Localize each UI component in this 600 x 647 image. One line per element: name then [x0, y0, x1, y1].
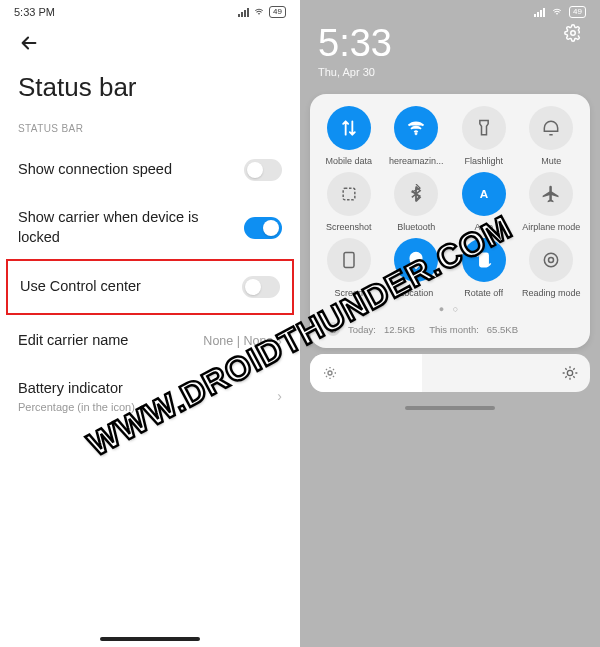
tile-label: Rotate off	[464, 288, 503, 298]
tile-reading[interactable]: Reading mode	[519, 238, 585, 298]
clock-block: 5:33 Thu, Apr 30	[300, 18, 600, 88]
clock-time: 5:33	[318, 24, 392, 62]
tile-location[interactable]: Location	[384, 238, 450, 298]
row-text: Battery indicator Percentage (in the ico…	[18, 379, 135, 413]
chevron-right-icon: ›	[277, 333, 282, 349]
tile-label: Reading mode	[522, 288, 581, 298]
tile-label: hereamazin...	[389, 156, 444, 166]
tile-screenshot[interactable]: Screenshot	[316, 172, 382, 232]
signal-icon	[238, 8, 249, 17]
svg-point-8	[545, 253, 558, 266]
tile-label: Flashlight	[464, 156, 503, 166]
toggle-control-center[interactable]	[242, 276, 280, 298]
tiles-grid: Mobile datahereamazin...FlashlightMuteSc…	[316, 106, 584, 298]
wifi-icon	[253, 7, 265, 17]
status-time: 5:33 PM	[14, 6, 55, 18]
highlight-box: Use Control center	[6, 259, 294, 315]
battery-icon: 49	[269, 6, 286, 18]
tile-auto[interactable]: AAuto	[451, 172, 517, 232]
reading-icon	[529, 238, 573, 282]
row-control-center[interactable]: Use Control center	[8, 261, 292, 313]
data-usage[interactable]: ◐ Today: 12.5KB This month: 65.5KB	[316, 318, 584, 340]
chevron-right-icon: ›	[277, 388, 282, 404]
row-connection-speed[interactable]: Show connection speed	[0, 144, 300, 196]
back-button[interactable]	[18, 40, 40, 57]
row-label: Show carrier when device is locked	[18, 208, 208, 247]
mobile-data-icon	[327, 106, 371, 150]
svg-point-9	[328, 371, 332, 375]
wifi-icon	[394, 106, 438, 150]
bluetooth-icon	[394, 172, 438, 216]
battery-icon: 49	[569, 6, 586, 18]
settings-button[interactable]	[564, 24, 582, 46]
row-edit-carrier[interactable]: Edit carrier name None | None ›	[0, 315, 300, 367]
svg-point-7	[549, 258, 554, 263]
svg-text:A: A	[480, 187, 489, 200]
row-label: Show connection speed	[18, 160, 172, 180]
clock-date: Thu, Apr 30	[318, 66, 392, 78]
airplane-icon	[529, 172, 573, 216]
tile-mute[interactable]: Mute	[519, 106, 585, 166]
tile-label: Airplane mode	[522, 222, 580, 232]
tile-flashlight[interactable]: Flashlight	[451, 106, 517, 166]
tile-bluetooth[interactable]: Bluetooth	[384, 172, 450, 232]
brightness-slider[interactable]	[310, 354, 590, 392]
settings-screen: 5:33 PM 49 Status bar STATUS BAR Show co…	[0, 0, 300, 647]
svg-rect-6	[480, 253, 488, 266]
status-bar-right: 49	[300, 0, 600, 18]
signal-icon	[534, 8, 545, 17]
status-icons-left: 49	[238, 6, 286, 18]
section-label: STATUS BAR	[0, 117, 300, 144]
tile-wifi[interactable]: hereamazin...	[384, 106, 450, 166]
mute-icon	[529, 106, 573, 150]
screen-icon	[327, 238, 371, 282]
tile-airplane[interactable]: Airplane mode	[519, 172, 585, 232]
svg-point-1	[415, 133, 417, 135]
brightness-high-icon	[562, 365, 578, 381]
location-icon	[394, 238, 438, 282]
tile-label: Location	[399, 288, 433, 298]
control-center-screen: 49 5:33 Thu, Apr 30 Mobile datahereamazi…	[300, 0, 600, 647]
rotate-icon	[462, 238, 506, 282]
page-title: Status bar	[0, 64, 300, 117]
quick-settings-panel: Mobile datahereamazin...FlashlightMuteSc…	[310, 94, 590, 348]
svg-rect-2	[343, 188, 355, 200]
tile-label: Mobile data	[325, 156, 372, 166]
row-label: Edit carrier name	[18, 331, 128, 351]
tile-mobile-data[interactable]: Mobile data	[316, 106, 382, 166]
tile-label: Screenshot	[326, 222, 372, 232]
tile-label: Auto	[474, 222, 493, 232]
row-label: Battery indicator	[18, 379, 135, 399]
info-icon: ◐	[326, 322, 340, 336]
tile-label: Bluetooth	[397, 222, 435, 232]
tile-label: Screen	[334, 288, 363, 298]
wifi-icon	[551, 7, 563, 17]
toggle-connection-speed[interactable]	[244, 159, 282, 181]
home-indicator[interactable]	[100, 637, 200, 641]
row-value: None | None ›	[203, 333, 282, 349]
screenshot-icon	[327, 172, 371, 216]
svg-point-5	[414, 256, 418, 260]
row-sublabel: Percentage (in the icon)	[18, 401, 135, 413]
status-bar-left: 5:33 PM 49	[0, 0, 300, 20]
home-indicator[interactable]	[405, 406, 495, 410]
flashlight-icon	[462, 106, 506, 150]
tile-screen[interactable]: Screen	[316, 238, 382, 298]
svg-rect-4	[344, 253, 354, 268]
page-dots[interactable]: ● ○	[316, 298, 584, 318]
svg-point-0	[571, 31, 576, 36]
tile-rotate[interactable]: Rotate off	[451, 238, 517, 298]
row-carrier-locked[interactable]: Show carrier when device is locked	[0, 196, 300, 259]
tile-label: Mute	[541, 156, 561, 166]
row-battery-indicator[interactable]: Battery indicator Percentage (in the ico…	[0, 367, 300, 425]
toggle-carrier-locked[interactable]	[244, 217, 282, 239]
svg-point-10	[567, 370, 572, 375]
auto-icon: A	[462, 172, 506, 216]
brightness-low-icon	[322, 365, 338, 381]
row-label: Use Control center	[20, 277, 141, 297]
